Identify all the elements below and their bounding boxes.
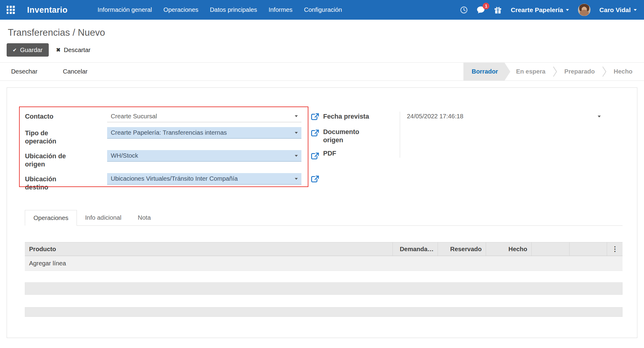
close-icon: ✖ (56, 47, 61, 53)
discard-button-label: Descartar (64, 47, 90, 54)
fecha-prevista-value: 24/05/2022 17:46:18 (407, 113, 464, 120)
chevron-down-icon (634, 9, 637, 11)
form-toolbar: Desechar Cancelar Borrador En espera Pre… (0, 62, 644, 81)
ubicacion-origen-value: WH/Stock (111, 152, 138, 159)
tab-operaciones[interactable]: Operaciones (25, 210, 77, 226)
menu-operaciones[interactable]: Operaciones (163, 4, 199, 16)
menu-informes[interactable]: Informes (268, 4, 293, 16)
messages-badge: 1 (483, 3, 489, 9)
column-header-reservado[interactable]: Reservado (438, 242, 486, 256)
empty-row (25, 282, 623, 295)
field-label-contacto: Contacto (25, 111, 107, 121)
status-borrador[interactable]: Borrador (463, 63, 510, 80)
app-name[interactable]: Inventario (27, 5, 68, 15)
main-menu: Información general Operaciones Datos pr… (97, 4, 342, 16)
chevron-right-icon (602, 66, 606, 77)
user-menu[interactable]: Caro Vidal (600, 6, 637, 14)
field-row-fecha-prevista: Fecha prevista 24/05/2022 17:46:18 (323, 111, 622, 122)
external-link-icon[interactable] (311, 127, 319, 136)
app-window: Inventario Información general Operacion… (0, 0, 644, 348)
check-icon: ✔ (13, 47, 17, 53)
operations-table: Producto Demanda… Reservado Hecho ⋮ Agre… (25, 242, 623, 271)
empty-row (25, 307, 623, 317)
external-link-icon[interactable] (311, 173, 319, 182)
field-row-tipo-operacion: Tipo de operación Crearte Papelería: Tra… (25, 127, 319, 145)
messages-chat-icon[interactable]: 1 (477, 6, 485, 14)
chevron-right-icon (553, 66, 557, 77)
chevron-down-icon (295, 178, 298, 180)
scrap-button[interactable]: Desechar (11, 68, 38, 75)
field-label-ubicacion-origen: Ubicación de origen (25, 150, 107, 168)
save-button[interactable]: ✔ Guardar (7, 43, 49, 57)
chevron-down-icon (598, 116, 601, 117)
column-options-icon[interactable]: ⋮ (607, 242, 623, 256)
cancel-button[interactable]: Cancelar (63, 68, 87, 75)
column-header-blank (531, 242, 569, 256)
contacto-dropdown[interactable]: Crearte Sucursal (107, 111, 301, 122)
status-hecho[interactable]: Hecho (608, 63, 638, 80)
contacto-value: Crearte Sucursal (111, 113, 157, 120)
status-preparado[interactable]: Preparado (559, 63, 601, 80)
chevron-down-icon (566, 9, 569, 11)
navbar-systray: 1 Crearte Papelería Caro Vidal (460, 4, 637, 16)
avatar[interactable] (578, 4, 590, 16)
field-row-documento-origen: Documento origen (323, 126, 622, 144)
column-header-demandado[interactable]: Demanda… (393, 242, 438, 256)
field-row-pdf: PDF (323, 148, 622, 159)
field-label-documento-origen: Documento origen (323, 126, 400, 144)
field-row-ubicacion-origen: Ubicación de origen WH/Stock (25, 150, 319, 168)
activities-clock-icon[interactable] (460, 6, 468, 14)
field-label-tipo-operacion: Tipo de operación (25, 127, 107, 145)
company-switcher[interactable]: Crearte Papelería (511, 6, 569, 14)
tab-info-adicional[interactable]: Info adicional (77, 210, 130, 225)
statusbar: Borrador En espera Preparado Hecho (463, 63, 644, 80)
table-header-row: Producto Demanda… Reservado Hecho ⋮ (25, 242, 623, 256)
column-header-hecho[interactable]: Hecho (486, 242, 531, 256)
gift-icon[interactable] (494, 6, 501, 14)
chevron-down-icon (295, 132, 298, 134)
pdf-field[interactable] (400, 148, 622, 159)
menu-datos-principales[interactable]: Datos principales (209, 4, 258, 16)
apps-menu-icon[interactable] (7, 6, 15, 14)
menu-configuracion[interactable]: Configuración (304, 4, 342, 16)
ubicacion-destino-dropdown[interactable]: Ubicaciones Virtuales/Tránsito Inter Com… (107, 173, 301, 185)
field-label-ubicacion-destino: Ubicación destino (25, 173, 107, 191)
column-header-producto[interactable]: Producto (25, 242, 393, 256)
documento-origen-field[interactable] (400, 126, 622, 137)
chevron-down-icon (295, 155, 298, 157)
discard-button[interactable]: ✖ Descartar (56, 47, 90, 54)
tipo-operacion-value: Crearte Papelería: Transferencias intern… (111, 129, 227, 136)
field-label-pdf: PDF (323, 148, 400, 158)
form-right-column: Fecha prevista 24/05/2022 17:46:18 Docum… (323, 111, 622, 196)
menu-informacion-general[interactable]: Información general (97, 4, 153, 16)
status-en-espera[interactable]: En espera (510, 63, 551, 80)
save-button-label: Guardar (20, 47, 43, 54)
add-line-button[interactable]: Agregar línea (25, 256, 623, 271)
external-link-icon[interactable] (311, 111, 319, 120)
chevron-down-icon (295, 115, 298, 117)
field-label-fecha-prevista: Fecha prevista (323, 111, 400, 121)
ubicacion-origen-dropdown[interactable]: WH/Stock (107, 150, 301, 162)
external-link-icon[interactable] (311, 150, 319, 159)
field-row-contacto: Contacto Crearte Sucursal (25, 111, 319, 122)
breadcrumb[interactable]: Transferencias / Nuevo (8, 27, 638, 38)
divider (400, 112, 400, 158)
form-left-column: Contacto Crearte Sucursal Tipo de operac… (25, 111, 319, 196)
control-panel: Transferencias / Nuevo ✔ Guardar ✖ Desca… (0, 20, 644, 57)
tipo-operacion-dropdown[interactable]: Crearte Papelería: Transferencias intern… (107, 127, 301, 139)
user-name: Caro Vidal (600, 6, 631, 14)
column-header-blank (569, 242, 607, 256)
top-navbar: Inventario Información general Operacion… (0, 0, 644, 20)
company-name: Crearte Papelería (511, 6, 563, 14)
field-row-ubicacion-destino: Ubicación destino Ubicaciones Virtuales/… (25, 173, 319, 191)
tab-nota[interactable]: Nota (130, 210, 159, 225)
action-buttons: ✔ Guardar ✖ Descartar (7, 43, 638, 57)
notebook-tabs: Operaciones Info adicional Nota (25, 210, 623, 226)
page-content: Contacto Crearte Sucursal Tipo de operac… (0, 81, 644, 344)
form-fields-area: Contacto Crearte Sucursal Tipo de operac… (25, 111, 622, 196)
ubicacion-destino-value: Ubicaciones Virtuales/Tránsito Inter Com… (111, 175, 238, 182)
fecha-prevista-dropdown[interactable]: 24/05/2022 17:46:18 (400, 111, 622, 122)
form-sheet: Contacto Crearte Sucursal Tipo de operac… (7, 87, 638, 338)
